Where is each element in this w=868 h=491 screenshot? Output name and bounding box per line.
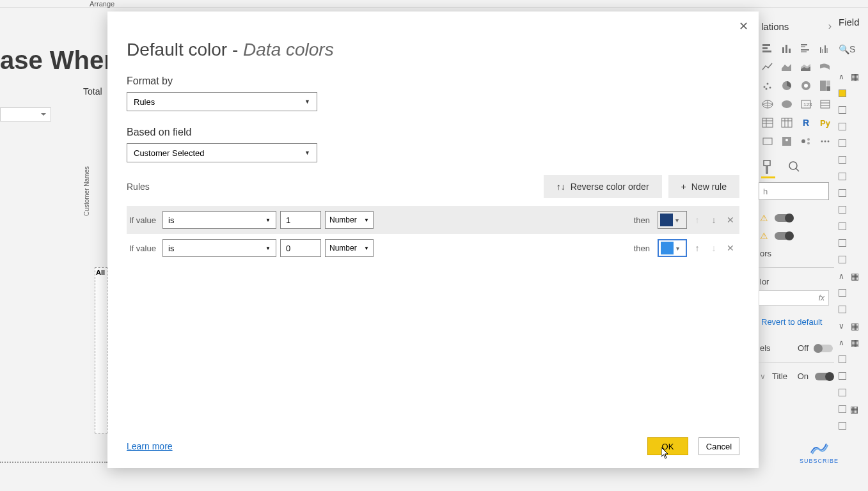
viz-ribbon-icon[interactable] [817, 59, 833, 75]
delete-rule-icon[interactable]: ✕ [724, 214, 737, 226]
based-on-field-dropdown[interactable]: Customer Selected [127, 143, 317, 162]
toggle-switch[interactable] [815, 373, 833, 380]
cancel-button[interactable]: Cancel [698, 437, 739, 455]
field-checkbox[interactable] [839, 189, 846, 197]
type-dropdown[interactable]: Number [325, 239, 374, 257]
svg-point-43 [785, 139, 788, 141]
viz-stacked-column-icon[interactable] [779, 41, 794, 56]
field-checkbox[interactable] [839, 156, 846, 164]
dialog-title-emphasis: Data colors [243, 40, 334, 59]
learn-more-link[interactable]: Learn more [127, 441, 173, 451]
field-checkbox[interactable] [839, 372, 846, 380]
revert-to-default-link[interactable]: Revert to default [761, 317, 834, 327]
reverse-color-order-button[interactable]: ↑↓ Reverse color order [544, 175, 662, 198]
viz-r-icon[interactable]: R [798, 115, 814, 130]
format-data-labels[interactable]: els Off [759, 339, 834, 357]
field-checkbox[interactable] [839, 206, 846, 214]
viz-line-icon[interactable] [760, 59, 775, 75]
viz-donut-icon[interactable] [798, 78, 814, 93]
format-title[interactable]: ∨ Title On [759, 368, 834, 385]
svg-rect-28 [821, 100, 830, 108]
viz-panel-title: lations [761, 21, 789, 32]
move-down-icon[interactable]: ↓ [707, 214, 720, 226]
fx-button[interactable]: fx [759, 290, 829, 306]
field-checkbox[interactable] [839, 139, 846, 147]
viz-table-icon[interactable] [760, 115, 775, 130]
value-input[interactable] [280, 239, 321, 257]
viz-card-icon[interactable] [817, 97, 833, 112]
chevron-icon[interactable]: ∧ [839, 72, 844, 81]
viz-python-icon[interactable]: Py [817, 115, 833, 130]
svg-point-45 [807, 138, 810, 141]
slicer-dropdown[interactable] [0, 107, 51, 121]
svg-rect-23 [826, 86, 830, 91]
toggle-switch[interactable] [775, 214, 793, 222]
field-checkbox[interactable] [839, 389, 846, 396]
viz-kpi-icon[interactable] [760, 134, 775, 149]
move-up-icon[interactable]: ↑ [691, 242, 704, 254]
operator-dropdown[interactable]: is [162, 239, 276, 257]
viz-clustered-bar-icon[interactable] [798, 41, 814, 56]
viz-stacked-bar-icon[interactable] [760, 41, 775, 56]
based-on-field-value: Customer Selected [134, 148, 205, 158]
svg-point-16 [769, 87, 771, 89]
chart-visual-frame[interactable] [95, 267, 107, 433]
color-picker[interactable] [658, 211, 687, 229]
viz-treemap-icon[interactable] [817, 78, 833, 93]
chevron-icon[interactable]: ∧ [839, 272, 844, 281]
viz-stacked-area-icon[interactable] [798, 59, 814, 75]
viz-arcgis-icon[interactable] [779, 134, 794, 149]
format-data-colors[interactable]: ors [759, 245, 834, 262]
viz-more-icon[interactable] [817, 134, 833, 149]
format-tab-icon[interactable] [761, 158, 775, 176]
viz-clustered-column-icon[interactable] [817, 41, 833, 56]
collapse-panel-icon[interactable]: › [828, 20, 832, 32]
field-checkbox[interactable] [839, 422, 846, 430]
viz-gauge-icon[interactable]: 123 [798, 97, 814, 112]
chevron-icon: ∨ [760, 372, 766, 381]
svg-point-47 [821, 141, 823, 143]
viz-scatter-icon[interactable] [760, 78, 775, 93]
toggle-switch[interactable] [815, 345, 833, 352]
toggle-switch[interactable] [775, 232, 793, 240]
svg-rect-12 [825, 45, 826, 53]
field-checkbox[interactable] [839, 239, 846, 247]
field-checkbox[interactable] [839, 173, 846, 180]
field-checkbox[interactable] [839, 222, 846, 230]
svg-rect-6 [801, 44, 807, 45]
type-dropdown[interactable]: Number [325, 211, 374, 229]
viz-area-icon[interactable] [779, 59, 794, 75]
viz-map-icon[interactable] [760, 97, 775, 112]
field-checkbox[interactable] [839, 405, 846, 413]
field-checkbox[interactable] [839, 289, 846, 297]
fields-search[interactable]: 🔍 S [839, 42, 858, 57]
color-picker[interactable] [658, 239, 687, 257]
viz-key-influencers-icon[interactable] [798, 134, 814, 149]
format-item[interactable]: ⚠ [759, 227, 834, 245]
close-icon[interactable]: ✕ [737, 20, 750, 33]
format-item[interactable]: ⚠ [759, 209, 834, 227]
delete-rule-icon[interactable]: ✕ [724, 242, 737, 254]
field-checkbox[interactable] [839, 256, 846, 263]
viz-pie-icon[interactable] [779, 78, 794, 93]
format-by-dropdown[interactable]: Rules [127, 92, 317, 111]
operator-dropdown[interactable]: is [162, 211, 276, 229]
viz-filled-map-icon[interactable] [779, 97, 794, 112]
svg-rect-9 [801, 51, 807, 52]
value-input[interactable] [280, 211, 321, 229]
field-checkbox[interactable] [839, 123, 846, 130]
field-checkbox[interactable] [839, 106, 846, 114]
viz-matrix-icon[interactable] [779, 115, 794, 130]
ok-button[interactable]: OK [647, 437, 688, 455]
chevron-icon[interactable]: ∨ [839, 322, 844, 331]
field-checkbox[interactable] [839, 90, 846, 97]
field-checkbox[interactable] [839, 355, 846, 363]
ribbon [0, 0, 868, 8]
chevron-icon[interactable]: ∧ [839, 338, 844, 347]
format-search-input[interactable]: h [759, 182, 829, 200]
analytics-tab-icon[interactable] [787, 158, 801, 176]
new-rule-button[interactable]: + New rule [668, 175, 739, 198]
svg-rect-10 [820, 47, 821, 53]
field-checkbox[interactable] [839, 306, 846, 313]
color-swatch [660, 214, 673, 226]
